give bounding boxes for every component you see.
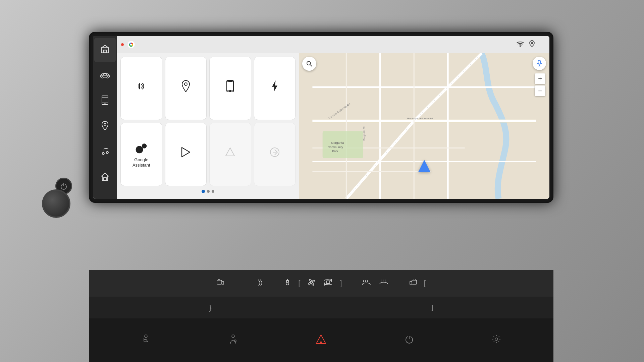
home-icon bbox=[100, 45, 110, 55]
svg-point-55 bbox=[311, 281, 313, 283]
svg-point-25 bbox=[142, 143, 147, 148]
app-tile-play-store[interactable] bbox=[165, 123, 207, 186]
map-area: Margarita Community Park Rancho Californ… bbox=[299, 53, 549, 199]
svg-point-22 bbox=[230, 91, 231, 92]
phone-icon bbox=[225, 80, 235, 94]
screen-bezel: GoogleAssistant bbox=[89, 32, 553, 203]
house-icon bbox=[101, 172, 109, 182]
seat-icon[interactable] bbox=[141, 335, 151, 346]
power-icon[interactable] bbox=[405, 335, 414, 346]
svg-point-12 bbox=[102, 153, 104, 155]
auto-btn[interactable] bbox=[349, 282, 354, 285]
sync-btn[interactable] bbox=[232, 282, 238, 285]
tablet-icon bbox=[101, 96, 109, 106]
svg-point-5 bbox=[107, 76, 108, 78]
app-tile-google-assistant[interactable]: GoogleAssistant bbox=[120, 123, 162, 186]
sidebar-item-house[interactable] bbox=[94, 165, 116, 189]
app-tile-audio[interactable] bbox=[120, 57, 162, 120]
climate-bar: [ ] bbox=[89, 270, 553, 297]
page-indicators bbox=[120, 189, 296, 195]
sidebar-item-tablet[interactable] bbox=[94, 89, 116, 113]
audio-icon bbox=[135, 80, 147, 94]
svg-rect-58 bbox=[326, 281, 330, 284]
location-icon bbox=[101, 121, 109, 132]
bracket-right-1: ] bbox=[340, 279, 342, 288]
svg-text:Margarita Rd: Margarita Rd bbox=[363, 126, 366, 141]
svg-point-15 bbox=[127, 41, 135, 48]
apps-row-2: GoogleAssistant bbox=[120, 123, 296, 186]
settings-icon[interactable] bbox=[492, 335, 501, 346]
heat-label bbox=[271, 282, 277, 285]
ac-btn[interactable] bbox=[245, 282, 250, 285]
svg-point-53 bbox=[286, 282, 289, 285]
top-bar-right bbox=[517, 40, 545, 49]
map-search-btn[interactable] bbox=[302, 57, 316, 71]
svg-text:Rancho California Rd: Rancho California Rd bbox=[407, 117, 433, 120]
main-content: GoogleAssistant bbox=[117, 36, 549, 199]
sidebar bbox=[93, 36, 117, 199]
app-tile-phone[interactable] bbox=[209, 57, 251, 120]
defrost-rear-icon[interactable] bbox=[378, 278, 389, 288]
sidebar-item-home[interactable] bbox=[94, 38, 116, 62]
svg-point-70 bbox=[232, 335, 234, 338]
content-area: GoogleAssistant bbox=[117, 53, 549, 199]
recirculate-icon[interactable] bbox=[323, 278, 333, 289]
warning-icon[interactable] bbox=[316, 334, 326, 346]
app-tile-maps[interactable] bbox=[165, 57, 207, 120]
svg-text:Margarita: Margarita bbox=[331, 141, 344, 144]
map-svg: Margarita Community Park Rancho Californ… bbox=[299, 53, 549, 199]
defrost-front-icon[interactable] bbox=[361, 278, 372, 288]
bottom-controls: } ] bbox=[89, 297, 553, 318]
apps-row-1 bbox=[120, 57, 296, 120]
sidebar-item-car[interactable] bbox=[94, 63, 116, 87]
wifi-icon bbox=[517, 41, 524, 48]
svg-point-69 bbox=[145, 335, 147, 338]
ctrl-bracket-2: ] bbox=[432, 304, 433, 311]
maps-icon bbox=[180, 80, 191, 94]
google-assistant-icon bbox=[135, 141, 148, 155]
svg-rect-68 bbox=[412, 280, 417, 284]
screen-inner: GoogleAssistant bbox=[93, 36, 549, 199]
sidebar-item-location[interactable] bbox=[94, 114, 116, 138]
android-auto-icon bbox=[224, 146, 236, 160]
volume-knob[interactable] bbox=[42, 189, 70, 218]
apple-carplay-icon bbox=[269, 146, 280, 160]
svg-point-11 bbox=[104, 123, 106, 125]
svg-point-77 bbox=[321, 342, 322, 343]
svg-point-24 bbox=[136, 146, 143, 153]
car-icon bbox=[100, 71, 110, 80]
physical-controls bbox=[89, 318, 553, 362]
svg-rect-52 bbox=[217, 280, 222, 284]
rear-btn[interactable] bbox=[396, 282, 401, 285]
svg-point-4 bbox=[102, 76, 103, 78]
page-dot-3[interactable] bbox=[212, 190, 214, 193]
fan-icon[interactable] bbox=[307, 278, 316, 289]
google-assistant-logo bbox=[127, 41, 135, 49]
app-tile-energy[interactable] bbox=[254, 57, 296, 120]
notification-dot bbox=[121, 43, 124, 46]
google-assistant-label: GoogleAssistant bbox=[132, 157, 150, 168]
temp-adjust-icon[interactable] bbox=[283, 278, 291, 288]
svg-point-79 bbox=[495, 338, 498, 341]
energy-icon bbox=[270, 80, 279, 94]
svg-point-47 bbox=[307, 61, 311, 65]
person-settings-icon[interactable] bbox=[228, 334, 238, 346]
svg-text:Park: Park bbox=[332, 149, 338, 153]
map-controls-top-right bbox=[533, 57, 546, 70]
seat-heat-left-icon[interactable] bbox=[216, 278, 226, 289]
svg-point-13 bbox=[106, 152, 108, 154]
seat-heat-right-icon[interactable] bbox=[408, 278, 417, 289]
map-voice-btn[interactable] bbox=[533, 57, 546, 70]
app-tile-android-auto bbox=[209, 123, 251, 186]
play-store-icon bbox=[180, 146, 192, 160]
bracket-left: [ bbox=[298, 279, 300, 288]
svg-point-16 bbox=[520, 46, 521, 46]
app-tile-apple-carplay bbox=[254, 123, 296, 186]
heat-icon[interactable] bbox=[257, 278, 265, 289]
page-dot-1[interactable] bbox=[202, 190, 205, 193]
svg-rect-14 bbox=[104, 178, 106, 180]
page-dot-2[interactable] bbox=[207, 190, 210, 193]
sidebar-item-music[interactable] bbox=[94, 140, 116, 164]
zoom-in-btn[interactable]: + bbox=[535, 73, 545, 84]
zoom-out-btn[interactable]: − bbox=[535, 85, 545, 96]
